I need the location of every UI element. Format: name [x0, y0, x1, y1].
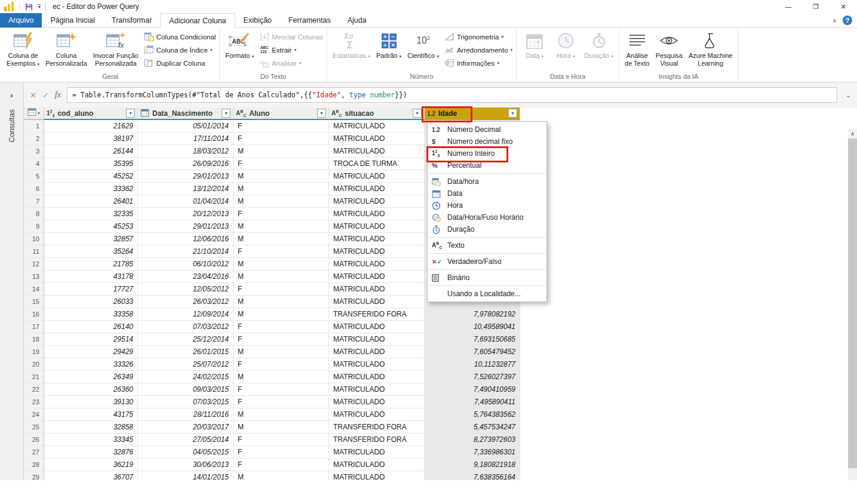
table-cell[interactable]: MATRICULADO	[329, 120, 425, 133]
close-button[interactable]: ✕	[830, 0, 857, 13]
formula-input[interactable]: = Table.TransformColumnTypes(#"Total de …	[67, 87, 837, 103]
menu-item-data-hora[interactable]: Data/hora	[428, 176, 546, 188]
table-cell[interactable]: 7,526027397	[425, 371, 520, 383]
table-cell[interactable]: M	[234, 308, 329, 321]
table-cell[interactable]: MATRICULADO	[329, 233, 425, 245]
table-cell[interactable]: 27/05/2014	[138, 434, 234, 446]
table-cell[interactable]: MATRICULADO	[329, 471, 425, 480]
row-number[interactable]: 24	[24, 408, 44, 421]
table-cell[interactable]: 21785	[44, 258, 138, 271]
table-cell[interactable]: MATRICULADO	[329, 358, 425, 371]
table-cell[interactable]: MATRICULADO	[329, 170, 425, 183]
ribbon-button-estatisticas[interactable]: X̄σΣ Estatísticas ▾	[330, 29, 373, 70]
table-cell[interactable]: M	[234, 233, 329, 245]
ribbon-button-coluna-de-exemplos[interactable]: Coluna deExemplos ▾	[4, 29, 42, 70]
filter-button-data-nascimento[interactable]: ▼	[222, 109, 231, 118]
tab-adicionar-coluna[interactable]: Adicionar Coluna	[160, 13, 235, 28]
table-cell[interactable]: 43178	[44, 271, 138, 283]
table-cell[interactable]: MATRICULADO	[329, 145, 425, 158]
table-cell[interactable]: 45252	[44, 170, 138, 183]
table-cell[interactable]: F	[234, 333, 329, 346]
table-cell[interactable]: TRANSFERIDO FORA	[329, 434, 425, 446]
ribbon-button-extrair[interactable]: ABC123 Extrair▾	[259, 45, 323, 55]
table-cell[interactable]: 26144	[44, 145, 138, 158]
table-cell[interactable]: MATRICULADO	[329, 296, 425, 308]
table-cell[interactable]: 21/10/2014	[138, 245, 234, 258]
help-icon[interactable]: ?	[843, 16, 852, 25]
table-cell[interactable]: 17727	[44, 283, 138, 296]
row-number[interactable]: 17	[24, 321, 44, 333]
table-cell[interactable]: MATRICULADO	[329, 321, 425, 333]
scroll-up-icon[interactable]: ∧	[848, 129, 857, 139]
ribbon-button-data[interactable]: Data ▾	[519, 29, 550, 70]
table-cell[interactable]: 29/01/2013	[138, 220, 234, 233]
table-cell[interactable]: MATRICULADO	[329, 245, 425, 258]
table-cell[interactable]: 36707	[44, 471, 138, 480]
row-number[interactable]: 4	[24, 158, 44, 170]
ribbon-button-formato[interactable]: ABC Formato ▾	[222, 29, 257, 70]
table-cell[interactable]: 26349	[44, 371, 138, 383]
table-cell[interactable]: 23/04/2016	[138, 271, 234, 283]
table-cell[interactable]: 33362	[44, 183, 138, 195]
menu-item-binario[interactable]: Binário	[428, 272, 546, 284]
table-cell[interactable]: F	[234, 158, 329, 170]
table-cell[interactable]: 32335	[44, 208, 138, 220]
table-cell[interactable]: 9,180821918	[425, 459, 520, 471]
menu-item-numero-decimal[interactable]: 1.2 Número Decimal	[428, 124, 546, 136]
table-cell[interactable]: 07/03/2015	[138, 396, 234, 408]
table-cell[interactable]: 38197	[44, 133, 138, 145]
confirm-icon[interactable]: ✓	[42, 91, 49, 100]
table-cell[interactable]: MATRICULADO	[329, 208, 425, 220]
table-cell[interactable]: M	[234, 220, 329, 233]
column-header-cod-aluno[interactable]: 123 cod_aluno ▼	[44, 107, 138, 120]
table-cell[interactable]: M	[234, 421, 329, 434]
ribbon-button-arredondamento[interactable]: .00 Arredondamento▾	[444, 45, 512, 55]
table-cell[interactable]: 7,495890411	[425, 396, 520, 408]
table-cell[interactable]: 28/11/2016	[138, 408, 234, 421]
table-cell[interactable]: 26/09/2016	[138, 158, 234, 170]
table-cell[interactable]: 32858	[44, 421, 138, 434]
row-number[interactable]: 5	[24, 170, 44, 183]
column-header-data-nascimento[interactable]: Data_Nascimento ▼	[138, 107, 234, 120]
table-cell[interactable]: M	[234, 296, 329, 308]
ribbon-button-informacoes[interactable]: + Informações▾	[444, 58, 512, 68]
menu-item-data[interactable]: Data	[428, 188, 546, 199]
menu-item-percentual[interactable]: % Percentual	[428, 159, 546, 171]
table-cell[interactable]: F	[234, 383, 329, 396]
table-cell[interactable]: 7,605479452	[425, 346, 520, 358]
table-cell[interactable]: 33326	[44, 358, 138, 371]
table-cell[interactable]: F	[234, 396, 329, 408]
row-number[interactable]: 21	[24, 371, 44, 383]
table-cell[interactable]: M	[234, 145, 329, 158]
table-cell[interactable]: F	[234, 208, 329, 220]
tab-arquivo[interactable]: Arquivo	[0, 13, 42, 27]
ribbon-button-duracao[interactable]: Duração ▾	[581, 29, 616, 70]
row-number[interactable]: 9	[24, 220, 44, 233]
table-cell[interactable]: M	[234, 258, 329, 271]
table-cell[interactable]: 36219	[44, 459, 138, 471]
table-cell[interactable]: 26/03/2012	[138, 296, 234, 308]
table-cell[interactable]: 7,336986301	[425, 446, 520, 459]
table-cell[interactable]: MATRICULADO	[329, 271, 425, 283]
restore-button[interactable]: ❐	[802, 0, 830, 13]
ribbon-button-azure-machine-learning[interactable]: Azure MachineLearning	[686, 29, 735, 70]
expand-formula-icon[interactable]: ⌄	[843, 91, 853, 99]
ribbon-button-trigonometria[interactable]: Trigonometria▾	[444, 32, 512, 42]
ribbon-button-analisar[interactable]: abc Analisar▾	[259, 58, 323, 68]
table-cell[interactable]: MATRICULADO	[329, 258, 425, 271]
table-cell[interactable]: F	[234, 133, 329, 145]
menu-item-numero-decimal-fixo[interactable]: $ Número decimal fixo	[428, 136, 546, 147]
table-cell[interactable]: MATRICULADO	[329, 133, 425, 145]
column-header-aluno[interactable]: ABC Aluno ▼	[234, 107, 329, 120]
table-cell[interactable]: 7,693150685	[425, 333, 520, 346]
table-cell[interactable]: MATRICULADO	[329, 333, 425, 346]
table-cell[interactable]: F	[234, 321, 329, 333]
tab-transformar[interactable]: Transformar	[103, 13, 161, 27]
tab-ferramentas[interactable]: Ferramentas	[280, 13, 339, 27]
row-number[interactable]: 29	[24, 471, 44, 480]
table-cell[interactable]: 7,978082192	[425, 308, 520, 321]
row-number[interactable]: 22	[24, 383, 44, 396]
table-cell[interactable]: F	[234, 459, 329, 471]
expand-queries-icon[interactable]: ›	[10, 91, 13, 100]
table-cell[interactable]: M	[234, 408, 329, 421]
